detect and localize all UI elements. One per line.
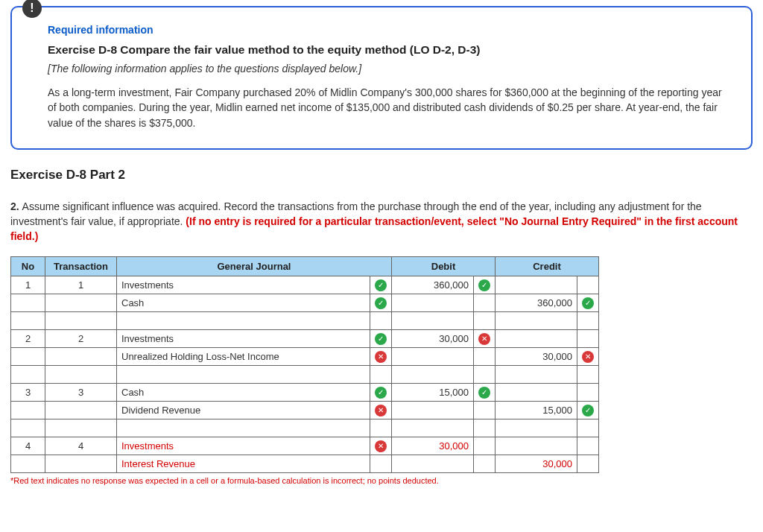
cell-credit-status [577,329,599,347]
check-icon: ✓ [375,279,387,291]
cell-account[interactable] [117,311,370,329]
cell-credit[interactable] [496,419,577,437]
cell-trans[interactable] [45,401,117,419]
cell-status: ✕ [370,401,392,419]
cell-credit[interactable] [496,437,577,455]
cell-credit[interactable] [496,383,577,401]
cell-status: ✓ [370,329,392,347]
cell-status [370,365,392,383]
cell-trans[interactable]: 3 [45,383,117,401]
cross-icon: ✕ [375,440,387,452]
cell-credit[interactable]: 30,000 [496,455,577,472]
cell-account[interactable] [117,419,370,437]
cell-credit[interactable]: 360,000 [496,294,577,311]
cell-trans[interactable]: 1 [45,276,117,294]
cell-trans[interactable] [45,347,117,365]
cell-account[interactable]: Interest Revenue [117,455,370,472]
table-row: 44Investments✕30,000 [11,437,599,455]
cell-status [370,311,392,329]
cell-debit[interactable]: 15,000 [392,383,474,401]
cell-debit[interactable] [392,365,474,383]
cell-debit[interactable]: 360,000 [392,276,474,294]
cell-credit[interactable] [496,276,577,294]
cell-debit-status [474,294,496,311]
cell-account[interactable]: Dividend Revenue [117,401,370,419]
cell-account[interactable]: Investments [117,276,370,294]
cell-debit[interactable] [392,347,474,365]
cell-credit[interactable]: 30,000 [496,347,577,365]
cell-credit[interactable] [496,311,577,329]
cell-no[interactable] [11,401,45,419]
cell-credit[interactable] [496,329,577,347]
cell-credit-status: ✓ [577,401,599,419]
cell-status: ✓ [370,294,392,311]
cell-account[interactable]: Investments [117,329,370,347]
cell-status: ✓ [370,383,392,401]
cell-no[interactable]: 3 [11,383,45,401]
table-row: Unrealized Holding Loss-Net Income✕30,00… [11,347,599,365]
cell-credit[interactable] [496,365,577,383]
cell-trans[interactable] [45,419,117,437]
table-row [11,311,599,329]
cell-trans[interactable] [45,294,117,311]
cell-credit-status [577,437,599,455]
cell-credit-status [577,455,599,472]
cell-no[interactable] [11,419,45,437]
cell-no[interactable]: 1 [11,276,45,294]
cell-debit[interactable] [392,455,474,472]
cell-status [370,419,392,437]
cell-trans[interactable] [45,311,117,329]
cell-credit-status [577,383,599,401]
instruction-prefix: 2. [10,200,22,212]
cell-trans[interactable]: 2 [45,329,117,347]
cell-debit-status: ✕ [474,329,496,347]
cell-credit[interactable]: 15,000 [496,401,577,419]
cell-no[interactable]: 2 [11,329,45,347]
required-info-box: ! Required information Exercise D-8 Comp… [10,6,753,150]
cell-no[interactable]: 4 [11,437,45,455]
check-icon: ✓ [478,279,490,291]
cell-no[interactable] [11,294,45,311]
cross-icon: ✕ [582,351,594,363]
cell-credit-status: ✓ [577,294,599,311]
cell-no[interactable] [11,365,45,383]
cell-account[interactable]: Unrealized Holding Loss-Net Income [117,347,370,365]
cell-debit[interactable] [392,419,474,437]
cell-account[interactable]: Cash [117,383,370,401]
cell-credit-status [577,419,599,437]
table-row [11,419,599,437]
cell-debit[interactable]: 30,000 [392,329,474,347]
check-icon: ✓ [375,333,387,345]
cell-account[interactable] [117,365,370,383]
journal-table-wrap: No Transaction General Journal Debit Cre… [10,256,753,473]
cell-status: ✕ [370,437,392,455]
exercise-title: Exercise D-8 Compare the fair value meth… [48,43,729,57]
cell-debit[interactable]: 30,000 [392,437,474,455]
th-general-journal: General Journal [117,256,392,276]
table-row: Interest Revenue30,000 [11,455,599,472]
cell-debit-status [474,437,496,455]
cell-no[interactable] [11,347,45,365]
part-heading: Exercise D-8 Part 2 [10,168,753,183]
cell-trans[interactable] [45,455,117,472]
cell-no[interactable] [11,455,45,472]
instruction-text: 2. Assume significant influence was acqu… [10,199,753,244]
cross-icon: ✕ [375,351,387,363]
cell-no[interactable] [11,311,45,329]
check-icon: ✓ [478,387,490,399]
cell-debit-status: ✓ [474,276,496,294]
cell-trans[interactable] [45,365,117,383]
footnote: *Red text indicates no response was expe… [10,476,753,485]
check-icon: ✓ [375,387,387,399]
cell-debit[interactable] [392,294,474,311]
cell-account[interactable]: Cash [117,294,370,311]
cell-debit[interactable] [392,401,474,419]
cross-icon: ✕ [375,405,387,417]
table-row: Dividend Revenue✕15,000✓ [11,401,599,419]
check-icon: ✓ [375,297,387,309]
journal-table: No Transaction General Journal Debit Cre… [10,256,599,473]
cell-account[interactable]: Investments [117,437,370,455]
info-badge-icon: ! [22,0,42,18]
cell-debit[interactable] [392,311,474,329]
cell-trans[interactable]: 4 [45,437,117,455]
